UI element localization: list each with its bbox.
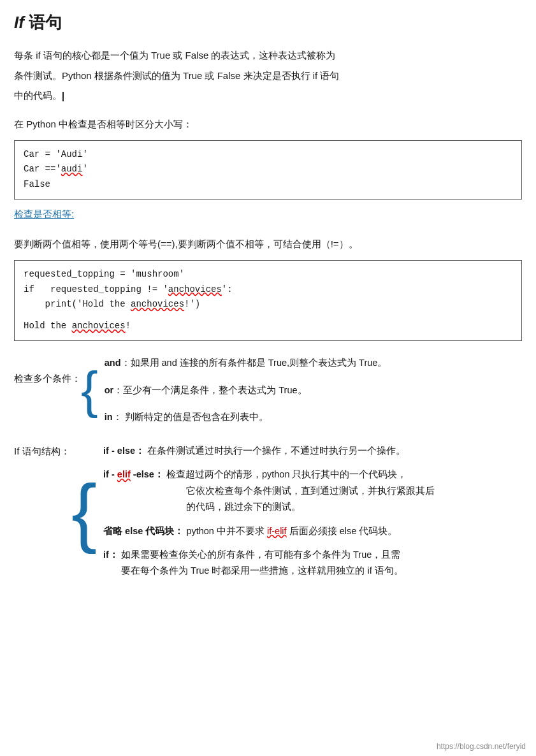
elif-label: if - elif -else： [103, 469, 164, 479]
equal-check-link[interactable]: 检查是否相等: [14, 208, 74, 221]
code-block-2: requested_topping = 'mushroom' if reques… [14, 260, 522, 341]
elif-desc: 检查超过两个的情形，python 只执行其中的一个代码块， [166, 469, 407, 479]
omit-else-desc: python 中并不要求 if-elif 后面必须接 else 代码块。 [186, 526, 397, 536]
independent-if-desc: 如果需要检查你关心的所有条件，有可能有多个条件为 True，且需 [121, 549, 400, 560]
if-struct-item-omit-else: 省略 else 代码块： python 中并不要求 if-elif 后面必须接 … [103, 523, 435, 539]
code-line-b2-5: Hold the anchovices! [24, 319, 512, 334]
intro-line3: 中的代码。 [14, 90, 64, 101]
code-line-b2-2: if requested_topping != 'anchovices': [24, 282, 512, 298]
intro-paragraph: 每条 if 语句的核心都是一个值为 True 或 False 的表达式，这种表达… [14, 45, 522, 106]
if-struct-brace-icon: { [71, 439, 97, 583]
intro-line1: 每条 if 语句的核心都是一个值为 True 或 False 的表达式，这种表达… [14, 50, 335, 61]
bracket-container: { and：如果用 and 连接的所有条件都是 True,则整个表达式为 Tru… [81, 350, 387, 430]
bracket-item-in: in： 判断特定的值是否包含在列表中。 [105, 409, 388, 425]
and-desc: ：如果用 and 连接的所有条件都是 True,则整个表达式为 True。 [121, 358, 388, 368]
bracket-item-and: and：如果用 and 连接的所有条件都是 True,则整个表达式为 True。 [105, 355, 388, 371]
title-rest: 语句 [24, 13, 62, 32]
bracket-items-list: and：如果用 and 连接的所有条件都是 True,则整个表达式为 True。… [105, 350, 388, 430]
title-if-keyword: If [14, 13, 24, 32]
keyword-and: and [105, 358, 121, 368]
check-multiple-label: 检查多个条件： [14, 350, 81, 430]
keyword-or: or [105, 385, 114, 395]
if-struct-item-independent: if： 如果需要检查你关心的所有条件，有可能有多个条件为 True，且需 要在每… [103, 547, 435, 579]
bracket-item-or: or：至少有一个满足条件，整个表达式为 True。 [105, 382, 388, 398]
code-block-1: Car = 'Audi' Car =='audi' False [14, 140, 522, 200]
elif-desc-3: 的代码，跳过余下的测试。 [186, 502, 301, 512]
in-desc: ： 判断特定的值是否包含在列表中。 [113, 412, 268, 422]
elif-desc-2: 它依次检查每个条件测试，直到通过测试，并执行紧跟其后 [186, 486, 435, 496]
code-line-b2-1: requested_topping = 'mushroom' [24, 267, 512, 282]
page-title: If 语句 [14, 11, 522, 34]
if-else-desc: 在条件测试通过时执行一个操作，不通过时执行另一个操作。 [147, 446, 405, 456]
code-line-1: Car = 'Audi' [24, 147, 512, 163]
if-struct-label: If 语句结构： [14, 439, 71, 583]
code-line-b2-3: print('Hold the anchovices!') [24, 297, 512, 312]
or-desc: ：至少有一个满足条件，整个表达式为 True。 [113, 385, 307, 395]
independent-if-desc-2: 要在每个条件为 True 时都采用一些措施，这样就用独立的 if 语句。 [121, 565, 403, 576]
bracket-section: 检查多个条件： { and：如果用 and 连接的所有条件都是 True,则整个… [14, 350, 522, 430]
keyword-in: in [105, 412, 113, 422]
if-struct-items-list: if - else： 在条件测试通过时执行一个操作，不通过时执行另一个操作。 i… [103, 439, 435, 583]
intro-line2: 条件测试。Python 根据条件测试的值为 True 或 False 来决定是否… [14, 70, 339, 81]
if-struct-brace-container: { if - else： 在条件测试通过时执行一个操作，不通过时执行另一个操作。… [71, 439, 435, 583]
if-struct-item-if-else: if - else： 在条件测试通过时执行一个操作，不通过时执行另一个操作。 [103, 443, 435, 459]
if-struct-item-elif: if - elif -else： 检查超过两个的情形，python 只执行其中的… [103, 467, 435, 515]
independent-if-label: if： [103, 549, 119, 560]
equal-check-section: 检查是否相等: [14, 208, 522, 227]
left-brace-icon: { [81, 350, 98, 430]
case-check-label: 在 Python 中检查是否相等时区分大小写： [14, 115, 522, 134]
code-line-3: False [24, 177, 512, 193]
code-line-2: Car =='audi' [24, 162, 512, 177]
if-else-label: if - else： [103, 446, 145, 456]
if-struct-section: If 语句结构： { if - else： 在条件测试通过时执行一个操作，不通过… [14, 439, 522, 583]
omit-else-label: 省略 else 代码块： [103, 526, 184, 536]
equal-check-text: 要判断两个值相等，使用两个等号(==),要判断两个值不相等，可结合使用（!=）。 [14, 235, 522, 254]
